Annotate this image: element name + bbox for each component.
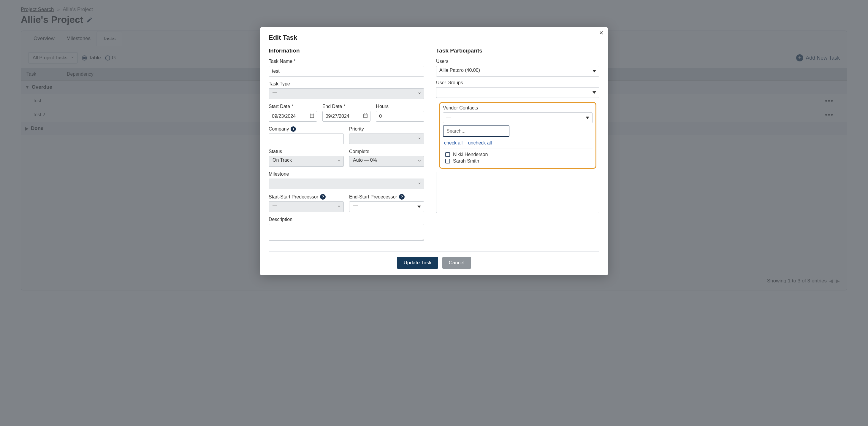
- checkbox-icon: [445, 152, 450, 157]
- ss-predecessor-label: Start-Start Predecessor ?: [269, 194, 344, 200]
- help-icon[interactable]: ?: [320, 194, 326, 200]
- calendar-icon[interactable]: [309, 113, 315, 120]
- check-links: check all uncheck all: [444, 140, 591, 146]
- hours-label: Hours: [376, 104, 424, 109]
- close-icon[interactable]: ✕: [599, 30, 603, 36]
- vendor-contacts-value: —: [446, 114, 451, 119]
- user-groups-value: —: [439, 89, 444, 94]
- milestone-select[interactable]: —: [269, 178, 424, 189]
- vendor-contacts-label: Vendor Contacts: [443, 105, 592, 111]
- vendor-search-input[interactable]: [443, 126, 509, 137]
- update-task-button[interactable]: Update Task: [397, 257, 438, 269]
- priority-value: —: [353, 135, 358, 140]
- ss-predecessor-select[interactable]: —: [269, 201, 344, 212]
- company-label: Company +: [269, 126, 344, 132]
- chevron-down-icon: [417, 181, 422, 187]
- check-all-link[interactable]: check all: [444, 140, 463, 145]
- caret-down-icon: [417, 205, 421, 208]
- edit-task-modal: ✕ Edit Task Information Task Name * Task…: [260, 27, 608, 275]
- task-type-value: —: [273, 90, 277, 95]
- start-date-label: Start Date *: [269, 104, 317, 109]
- end-date-label: End Date *: [322, 104, 371, 109]
- caret-down-icon: [592, 91, 596, 94]
- description-label: Description: [269, 217, 424, 222]
- chevron-down-icon: [337, 204, 341, 209]
- task-name-input[interactable]: [269, 66, 424, 76]
- complete-label: Complete: [349, 149, 424, 154]
- user-groups-select[interactable]: —: [436, 87, 599, 98]
- es-pred-label-text: End-Start Predecessor: [349, 194, 397, 200]
- caret-down-icon: [586, 117, 589, 119]
- users-label: Users: [436, 59, 599, 64]
- hours-input[interactable]: [376, 111, 424, 122]
- vendor-option[interactable]: Sarah Smith: [443, 158, 592, 164]
- chevron-down-icon: [417, 136, 422, 141]
- milestone-value: —: [273, 180, 277, 185]
- ss-pred-label-text: Start-Start Predecessor: [269, 194, 318, 200]
- task-name-label: Task Name *: [269, 59, 424, 64]
- chevron-down-icon: [337, 159, 341, 164]
- es-predecessor-select[interactable]: —: [349, 201, 424, 212]
- chevron-down-icon: [417, 159, 422, 164]
- caret-down-icon: [592, 70, 596, 72]
- user-groups-label: User Groups: [436, 80, 599, 86]
- uncheck-all-link[interactable]: uncheck all: [468, 140, 492, 145]
- description-textarea[interactable]: [269, 224, 424, 240]
- vendor-contacts-select[interactable]: —: [443, 112, 592, 123]
- participants-container: Vendor Contacts — check all uncheck all …: [436, 100, 599, 213]
- status-select[interactable]: On Track: [269, 156, 344, 167]
- task-type-label: Task Type: [269, 81, 424, 87]
- calendar-icon[interactable]: [363, 113, 368, 120]
- information-heading: Information: [269, 47, 424, 54]
- complete-select[interactable]: Auto — 0%: [349, 156, 424, 167]
- checkbox-icon: [445, 159, 450, 163]
- users-select[interactable]: Allie Pataro (40.00): [436, 66, 599, 76]
- priority-select[interactable]: —: [349, 133, 424, 144]
- vendor-option-label: Sarah Smith: [453, 158, 479, 164]
- modal-title: Edit Task: [269, 34, 599, 41]
- status-value: On Track: [273, 158, 292, 163]
- vendor-contacts-highlight: Vendor Contacts — check all uncheck all …: [439, 102, 596, 169]
- divider: [269, 251, 599, 252]
- es-pred-value: —: [353, 203, 358, 208]
- divider: [443, 149, 592, 149]
- complete-value: Auto — 0%: [353, 158, 377, 163]
- es-predecessor-label: End-Start Predecessor ?: [349, 194, 424, 200]
- chevron-down-icon: [417, 91, 422, 96]
- task-type-select[interactable]: —: [269, 89, 424, 99]
- milestone-label: Milestone: [269, 171, 424, 177]
- cancel-button[interactable]: Cancel: [442, 257, 471, 269]
- plus-icon[interactable]: +: [290, 126, 296, 132]
- vendor-option[interactable]: Nikki Henderson: [443, 151, 592, 158]
- company-label-text: Company: [269, 126, 289, 132]
- priority-label: Priority: [349, 126, 424, 132]
- help-icon[interactable]: ?: [399, 194, 405, 200]
- modal-button-row: Update Task Cancel: [269, 257, 599, 269]
- participants-heading: Task Participants: [436, 47, 599, 54]
- vendor-option-label: Nikki Henderson: [453, 152, 488, 157]
- users-value: Allie Pataro (40.00): [439, 68, 480, 73]
- ss-pred-value: —: [273, 203, 277, 208]
- company-input[interactable]: [269, 133, 344, 144]
- status-label: Status: [269, 149, 344, 154]
